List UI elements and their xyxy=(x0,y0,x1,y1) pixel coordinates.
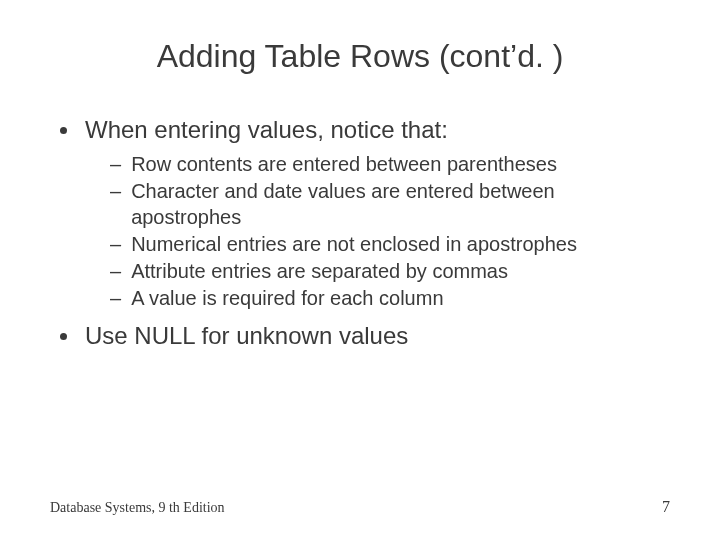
bullet-main: When entering values, notice that: xyxy=(60,115,670,145)
sub-bullet: – Row contents are entered between paren… xyxy=(110,151,670,177)
dash-icon: – xyxy=(110,285,121,311)
page-number: 7 xyxy=(662,498,670,516)
slide-footer: Database Systems, 9 th Edition 7 xyxy=(50,498,670,516)
slide-content: When entering values, notice that: – Row… xyxy=(50,115,670,351)
dash-icon: – xyxy=(110,178,121,204)
bullet-main: Use NULL for unknown values xyxy=(60,321,670,351)
sub-bullet-text: A value is required for each column xyxy=(131,285,670,311)
dash-icon: – xyxy=(110,231,121,257)
slide: Adding Table Rows (cont’d. ) When enteri… xyxy=(0,0,720,540)
sub-bullet: – Attribute entries are separated by com… xyxy=(110,258,670,284)
sub-bullet-text: Character and date values are entered be… xyxy=(131,178,670,230)
sub-bullet-list: – Row contents are entered between paren… xyxy=(110,151,670,311)
slide-title: Adding Table Rows (cont’d. ) xyxy=(50,38,670,75)
sub-bullet: – Numerical entries are not enclosed in … xyxy=(110,231,670,257)
sub-bullet-text: Row contents are entered between parenth… xyxy=(131,151,670,177)
sub-bullet: – A value is required for each column xyxy=(110,285,670,311)
sub-bullet-text: Attribute entries are separated by comma… xyxy=(131,258,670,284)
footer-source: Database Systems, 9 th Edition xyxy=(50,500,225,516)
bullet-dot-icon xyxy=(60,333,67,340)
dash-icon: – xyxy=(110,151,121,177)
dash-icon: – xyxy=(110,258,121,284)
sub-bullet-text: Numerical entries are not enclosed in ap… xyxy=(131,231,670,257)
bullet-dot-icon xyxy=(60,127,67,134)
bullet-text: When entering values, notice that: xyxy=(85,115,670,145)
sub-bullet: – Character and date values are entered … xyxy=(110,178,670,230)
bullet-text: Use NULL for unknown values xyxy=(85,321,670,351)
